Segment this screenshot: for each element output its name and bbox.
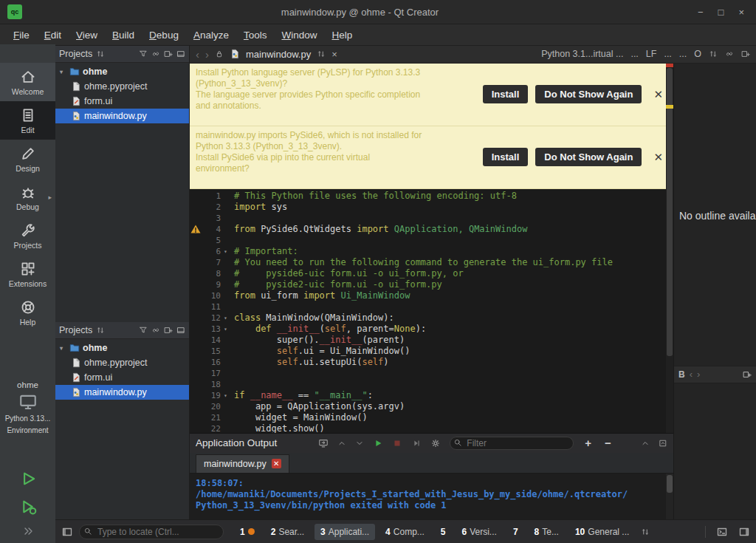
editor-scrollbar[interactable] [666, 64, 673, 433]
code-line[interactable]: 8 # pyside6-uic form.ui -o ui_form.py, o… [190, 268, 673, 279]
menu-build[interactable]: Build [105, 27, 142, 44]
sort-icon[interactable] [709, 49, 718, 58]
code-line[interactable]: 4 from PySide6.QtWidgets import QApplica… [190, 224, 673, 235]
code-line[interactable]: 5 [190, 235, 673, 246]
fold-marker-icon[interactable]: ▾ [221, 390, 230, 401]
menu-file[interactable]: File [6, 27, 37, 44]
terminal-icon[interactable] [716, 526, 728, 538]
output-filter-input[interactable] [450, 437, 574, 450]
mode-edit[interactable]: Edit [0, 101, 55, 140]
close-tab-icon[interactable]: ✕ [272, 459, 281, 468]
pane-forward-icon[interactable]: › [697, 369, 700, 380]
close-button[interactable]: × [738, 7, 744, 18]
code-line[interactable]: 13 ▾ def __init__(self, parent=None): [190, 324, 673, 335]
pane-button-1[interactable]: 1 [234, 524, 261, 540]
kit-selector[interactable]: ohme Python 3.13... Environment [5, 380, 51, 435]
menu-tools[interactable]: Tools [236, 27, 275, 44]
mode-extensions[interactable]: Extensions [0, 255, 55, 293]
go-forward-icon[interactable]: › [205, 48, 209, 61]
do-not-show-again-button[interactable]: Do Not Show Again [535, 148, 642, 166]
close-document-icon[interactable]: × [331, 49, 337, 60]
pane-button-2[interactable]: 2 Sear... [265, 524, 310, 540]
pane-button-5[interactable]: 5 [435, 524, 452, 540]
filter-icon[interactable] [139, 49, 148, 58]
tree-item-mainwindow.py[interactable]: mainwindow.py [55, 385, 189, 400]
document-dropdown-icon[interactable] [317, 49, 326, 58]
interpreter-selector[interactable]: Python 3.1...irtual ... [541, 49, 623, 59]
code-line[interactable]: 19 ▾ if __name__ == "__main__": [190, 390, 673, 401]
output-tab[interactable]: mainwindow.py ✕ [196, 454, 289, 473]
filter-icon[interactable] [139, 326, 148, 335]
code-line[interactable]: 1 # This Python file uses the following … [190, 191, 673, 202]
stop-icon[interactable] [392, 438, 402, 448]
skip-icon[interactable] [411, 438, 422, 448]
pane-button-7[interactable]: 7 [507, 524, 524, 540]
minimize-button[interactable]: − [698, 7, 704, 18]
mode-debug[interactable]: Debug ▸ [0, 178, 55, 216]
run-debug-button[interactable] [18, 497, 38, 516]
overflow-menu[interactable]: O [694, 49, 701, 59]
open-document-selector[interactable]: mainwindow.py [246, 49, 311, 60]
close-notification-icon[interactable]: ✕ [649, 88, 667, 101]
pane-button-6[interactable]: 6 Versi... [456, 524, 503, 540]
toggle-left-sidebar-icon[interactable] [61, 526, 73, 538]
mode-help[interactable]: Help [0, 293, 55, 332]
close-panel-icon[interactable] [176, 49, 185, 58]
toolbar-overflow-3[interactable]: ... [679, 49, 687, 59]
next-item-icon[interactable] [355, 439, 364, 448]
rerun-icon[interactable] [318, 438, 329, 448]
fold-marker-icon[interactable]: ▾ [221, 324, 230, 335]
pane-button-10[interactable]: 10 General ... [569, 524, 635, 540]
panel-mode-dropdown-icon[interactable] [96, 326, 105, 335]
lock-icon[interactable] [215, 49, 224, 58]
expander-icon[interactable]: ▾ [60, 69, 66, 75]
zoom-in-button[interactable]: + [583, 437, 594, 449]
maximize-button[interactable]: □ [718, 7, 724, 18]
editor-scrollbar-thumb[interactable] [667, 68, 673, 356]
toggle-right-sidebar-icon[interactable] [738, 526, 750, 538]
sync-with-editor-icon[interactable] [151, 326, 160, 335]
collapse-pane-icon[interactable] [641, 439, 650, 448]
menu-window[interactable]: Window [274, 27, 324, 44]
split-panel-icon[interactable] [164, 326, 173, 335]
tree-item-form.ui[interactable]: form.ui [55, 370, 189, 385]
close-panel-icon[interactable] [176, 326, 185, 335]
pane-button-4[interactable]: 4 Comp... [379, 524, 430, 540]
code-line[interactable]: 11 [190, 301, 673, 313]
tree-item-ohme.pyproject[interactable]: ohme.pyproject [55, 79, 189, 94]
install-button[interactable]: Install [483, 85, 529, 103]
menu-edit[interactable]: Edit [37, 27, 69, 44]
code-line[interactable]: 7 # You need to run the following comman… [190, 257, 673, 268]
install-button[interactable]: Install [483, 148, 529, 166]
run-button[interactable] [18, 469, 38, 488]
fold-marker-icon[interactable]: ▾ [221, 313, 230, 324]
output-scrollbar[interactable] [666, 474, 673, 521]
panel-mode-dropdown-icon[interactable] [96, 49, 105, 58]
code-line[interactable]: 9 # pyside2-uic form.ui -o ui_form.py [190, 279, 673, 290]
mode-projects[interactable]: Projects [0, 216, 55, 255]
go-back-icon[interactable]: ‹ [196, 48, 199, 61]
do-not-show-again-button[interactable]: Do Not Show Again [535, 85, 642, 103]
menu-analyze[interactable]: Analyze [186, 27, 236, 44]
tree-item-form.ui[interactable]: form.ui [55, 94, 189, 109]
line-ending-selector[interactable]: LF [646, 49, 657, 59]
zoom-out-button[interactable]: − [602, 437, 614, 449]
code-line[interactable]: 22 widget.show() [190, 423, 673, 433]
code-editor[interactable]: 1 # This Python file uses the following … [190, 189, 673, 433]
code-line[interactable]: 16 self.ui.setupUi(self) [190, 357, 673, 368]
mode-design[interactable]: Design [0, 140, 55, 178]
close-notification-icon[interactable]: ✕ [649, 151, 667, 164]
tree-item-mainwindow.py[interactable]: mainwindow.py [55, 109, 189, 123]
code-line[interactable]: 21 widget = MainWindow() [190, 412, 673, 423]
expand-mode-bar-icon[interactable] [22, 525, 34, 537]
split-panel-icon[interactable] [164, 49, 173, 58]
run-output-icon[interactable] [373, 438, 383, 448]
code-line[interactable]: 3 [190, 213, 673, 224]
pane-back-icon[interactable]: ‹ [690, 369, 693, 380]
code-line[interactable]: 12 ▾ class MainWindow(QMainWindow): [190, 313, 673, 324]
fold-marker-icon[interactable]: ▾ [221, 246, 230, 257]
tree-item-ohme[interactable]: ▾ ohme [55, 341, 189, 355]
pane-button-3[interactable]: 3 Applicati... [315, 524, 375, 540]
toolbar-overflow-1[interactable]: ... [630, 49, 638, 59]
code-line[interactable]: 10 from ui_form import Ui_MainWindow [190, 290, 673, 301]
